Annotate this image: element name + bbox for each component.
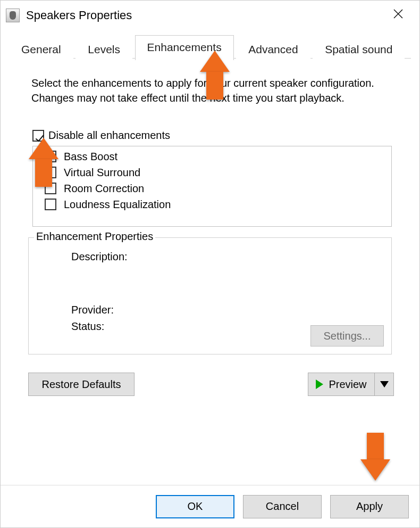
enhancement-checkbox[interactable] [45,199,56,210]
preview-dropdown-button[interactable] [375,373,394,396]
play-icon [316,380,323,389]
enhancement-label: Bass Boost [64,151,117,163]
status-label: Status: [71,320,104,333]
tab-levels[interactable]: Levels [75,38,132,61]
enhancement-checkbox[interactable] [45,167,56,178]
disable-all-label: Disable all enhancements [48,129,170,142]
preview-split-button: Preview [308,373,394,396]
speakers-properties-dialog: PC risk.com Speakers Properties General … [0,0,420,528]
apply-button[interactable]: Apply [330,495,409,518]
close-icon [393,9,403,19]
enhancement-list: Bass Boost Virtual Surround Room Correct… [32,146,392,227]
enhancement-checkbox[interactable] [45,183,56,194]
restore-defaults-button[interactable]: Restore Defaults [28,373,135,396]
list-item[interactable]: Bass Boost [45,148,391,164]
list-item[interactable]: Loudness Equalization [45,196,391,212]
window-title: Speakers Properties [26,9,132,22]
dialog-button-row: OK Cancel Apply [1,485,419,527]
tab-spatial[interactable]: Spatial sound [313,38,405,61]
enhancement-properties-group: Enhancement Properties Description: Prov… [28,237,392,354]
disable-all-checkbox[interactable] [32,130,44,142]
tabstrip: General Levels Enhancements Advanced Spa… [9,35,411,59]
enhancement-checkbox[interactable] [45,151,56,162]
list-item[interactable]: Virtual Surround [45,164,391,180]
enhancement-label: Virtual Surround [64,167,140,179]
close-button[interactable] [380,1,417,27]
instructions-text: Select the enhancements to apply for you… [31,76,388,105]
settings-button: Settings... [310,325,384,346]
tab-enhancements[interactable]: Enhancements [135,35,234,60]
chevron-down-icon [380,381,389,387]
list-item[interactable]: Room Correction [45,180,391,196]
provider-label: Provider: [71,304,114,316]
tab-general[interactable]: General [9,38,73,61]
preview-label: Preview [329,378,366,391]
titlebar: Speakers Properties [1,1,419,30]
preview-button[interactable]: Preview [308,373,375,396]
tab-advanced[interactable]: Advanced [236,38,310,61]
enhancement-label: Loudness Equalization [64,199,171,211]
enhancement-label: Room Correction [64,183,144,195]
group-title: Enhancement Properties [34,230,155,243]
disable-all-row: Disable all enhancements [32,129,170,142]
tab-panel-enhancements: Select the enhancements to apply for you… [9,59,411,474]
cancel-button[interactable]: Cancel [243,495,322,518]
ok-button[interactable]: OK [156,495,234,518]
speaker-icon [6,9,20,22]
description-label: Description: [71,251,128,263]
